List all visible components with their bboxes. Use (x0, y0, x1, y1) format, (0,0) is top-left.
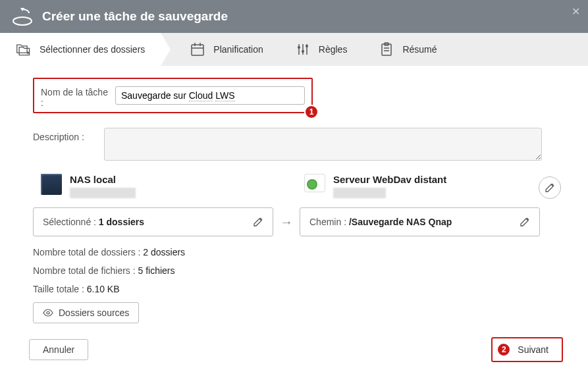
nas-icon (41, 174, 62, 195)
sliders-icon (295, 41, 311, 57)
svg-point-16 (47, 311, 49, 314)
webdav-icon (304, 174, 325, 192)
content-area: Nom de la tâche : Sauvegarde sur Cloud L… (0, 66, 588, 340)
total-size-label: Taille totale : (33, 284, 87, 294)
svg-point-9 (298, 46, 300, 49)
total-files-value: 5 fichiers (138, 265, 175, 276)
nas-subtitle-redacted (70, 188, 136, 198)
svg-point-11 (306, 45, 308, 47)
task-name-word: LWS (215, 90, 234, 101)
path-label: Chemin : (309, 217, 349, 227)
tab-label: Sélectionner des dossiers (40, 44, 145, 55)
next-button-highlight[interactable]: 2 Suivant (491, 337, 563, 362)
selected-value: 1 dossiers (99, 217, 144, 227)
tab-schedule[interactable]: Planification (174, 33, 279, 66)
app-logo-icon (11, 5, 34, 28)
eye-icon (43, 309, 53, 317)
arrow-right-icon: → (280, 215, 293, 230)
tab-select-folders[interactable]: Sélectionner des dossiers (0, 33, 161, 66)
callout-badge-2: 2 (496, 342, 511, 357)
total-files-label: Nombre total de fichiers : (33, 265, 138, 276)
calendar-icon (190, 41, 205, 57)
destination-webdav: Serveur WebDav distant (304, 174, 528, 198)
tab-summary[interactable]: Résumé (363, 33, 452, 66)
webdav-title: Serveur WebDav distant (333, 174, 446, 185)
destination-path-box: Chemin : /Sauvegarde NAS Qnap (300, 207, 540, 236)
selected-label: Sélectionné : (43, 217, 99, 227)
tab-label: Planification (213, 44, 263, 55)
task-name-highlight: Nom de la tâche : Sauvegarde sur Cloud L… (33, 78, 313, 113)
nas-title: NAS local (70, 174, 136, 185)
dialog-title: Créer une tâche de sauvegarde (42, 9, 228, 24)
description-label: Description : (33, 128, 99, 142)
task-name-label: Nom de la tâche : (41, 83, 111, 108)
task-name-input[interactable]: Sauvegarde sur Cloud LWS (115, 86, 305, 105)
svg-point-0 (13, 17, 32, 25)
description-input[interactable] (104, 128, 542, 161)
selected-folders-box: Sélectionné : 1 dossiers (33, 207, 273, 236)
source-nas: NAS local (41, 174, 265, 198)
task-name-text-prefix: Sauvegarde sur (121, 90, 189, 101)
next-label: Suivant (518, 344, 548, 355)
svg-point-10 (302, 50, 304, 53)
path-value: /Sauvegarde NAS Qnap (349, 217, 452, 227)
edit-path-button[interactable] (520, 217, 530, 227)
source-folders-label: Dossiers sources (59, 307, 129, 318)
tab-rules[interactable]: Règles (279, 33, 363, 66)
task-name-word: Cloud (189, 90, 213, 101)
total-folders-value: 2 dossiers (143, 247, 185, 257)
total-folders-label: Nombre total de dossiers : (33, 247, 143, 257)
summary-icon (379, 41, 394, 57)
folders-icon (16, 41, 32, 57)
close-icon[interactable]: ✕ (572, 5, 580, 18)
edit-icon (545, 182, 555, 193)
webdav-subtitle-redacted (333, 188, 386, 198)
source-folders-button[interactable]: Dossiers sources (33, 302, 139, 323)
svg-rect-2 (192, 45, 203, 55)
tab-label: Résumé (402, 44, 437, 55)
edit-destination-button[interactable] (539, 176, 561, 199)
cancel-button[interactable]: Annuler (29, 339, 88, 360)
callout-badge-1: 1 (304, 105, 319, 119)
total-size-value: 6.10 KB (87, 284, 120, 294)
stats-block: Nombre total de dossiers : 2 dossiers No… (33, 247, 555, 323)
edit-selection-button[interactable] (253, 217, 263, 227)
dialog-header: Créer une tâche de sauvegarde ✕ (0, 0, 588, 33)
wizard-tabs: Sélectionner des dossiers Planification … (0, 33, 588, 66)
dialog-footer: Annuler 2 Suivant (29, 337, 563, 362)
tab-label: Règles (319, 44, 348, 55)
